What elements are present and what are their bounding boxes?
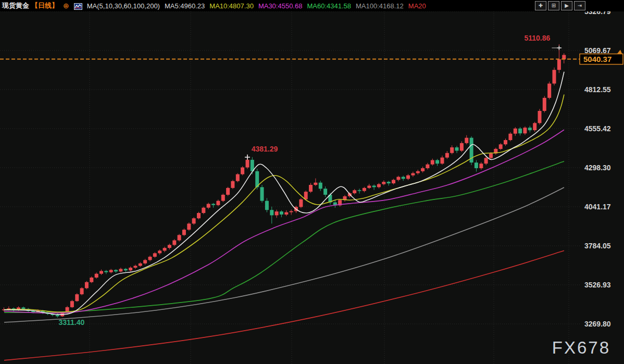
candle-body — [377, 184, 381, 187]
pan-icon[interactable]: ✚ — [535, 1, 546, 10]
candle-body — [435, 160, 439, 164]
candle-body — [441, 158, 444, 164]
ma-line-ma60 — [4, 161, 564, 312]
candle-body — [299, 199, 303, 207]
svg-text:4555.42: 4555.42 — [584, 124, 611, 133]
candle-body — [211, 204, 215, 205]
ma-settings-label: MA(5,10,30,60,100,200) — [87, 2, 160, 10]
candle-body — [284, 212, 288, 215]
candle-body — [187, 223, 191, 230]
ma100-legend: MA100:4168.12 — [356, 2, 404, 10]
candle-body — [133, 266, 137, 268]
jump-latest-icon[interactable]: ⇥ — [574, 1, 585, 10]
chart-toolbar: ✚ ⊞ ▶ ⇥ — [535, 1, 585, 10]
auto-scroll-icon[interactable]: ▶ — [561, 1, 572, 10]
candle-body — [475, 162, 478, 168]
candle-body — [178, 235, 181, 240]
candle-series — [2, 44, 566, 318]
candle-body — [158, 250, 161, 253]
candle-body — [406, 175, 410, 179]
candle-body — [129, 268, 132, 270]
candle-body — [411, 173, 415, 175]
candle-body — [547, 84, 551, 98]
ma5-legend: MA5:4960.23 — [165, 2, 205, 10]
candle-body — [236, 174, 240, 181]
candle-body — [109, 270, 113, 272]
candle-body — [90, 278, 93, 282]
candle-body — [523, 128, 527, 133]
candle-body — [168, 245, 171, 248]
candle-body — [479, 164, 483, 168]
ma30-legend: MA30:4550.68 — [258, 2, 303, 10]
candle-body — [538, 111, 542, 123]
candle-body — [465, 138, 468, 143]
candle-body — [445, 153, 449, 158]
candle-body — [499, 144, 503, 149]
chart-header: 现货黄金 【日线】 ⊕ MA(5,10,30,60,100,200) MA5:4… — [0, 0, 624, 11]
svg-text:4041.17: 4041.17 — [584, 203, 611, 211]
candle-body — [392, 180, 395, 183]
candle-body — [450, 147, 454, 153]
candle-body — [372, 186, 376, 187]
ma-line-ma10 — [4, 95, 564, 312]
candle-body — [197, 213, 201, 218]
svg-text:4298.30: 4298.30 — [584, 164, 611, 172]
candle-body — [114, 270, 118, 271]
candle-body — [518, 129, 522, 133]
candle-body — [421, 168, 425, 171]
crosshair-icon[interactable]: ⊕ — [63, 2, 69, 9]
annotations: 5110.864381.293311.40 — [58, 34, 561, 327]
ma-lines — [4, 72, 564, 360]
candle-body — [70, 301, 74, 307]
svg-text:4812.55: 4812.55 — [584, 85, 611, 94]
candle-body — [455, 147, 459, 150]
candle-body — [143, 260, 147, 263]
candle-body — [514, 129, 517, 134]
candle-body — [290, 211, 293, 212]
watermark: FX678 — [552, 338, 610, 357]
candle-body — [182, 230, 186, 235]
candle-body — [416, 171, 420, 173]
candle-body — [241, 168, 244, 174]
candle-body — [139, 263, 142, 266]
candle-body — [396, 177, 400, 180]
candle-body — [363, 188, 366, 191]
ma200-legend: MA20 — [408, 2, 426, 10]
zoom-axis-icon[interactable]: ⊞ — [548, 1, 559, 10]
candle-body — [314, 183, 317, 185]
candle-body — [265, 201, 269, 210]
candle-body — [431, 160, 434, 165]
candle-body — [402, 177, 405, 179]
candle-body — [270, 210, 273, 215]
candle-body — [119, 269, 122, 271]
candle-body — [304, 192, 308, 199]
candle-body — [80, 288, 84, 294]
candle-body — [231, 181, 234, 188]
candle-body — [533, 123, 536, 130]
kline-chart-icon[interactable] — [74, 3, 82, 9]
candle-body — [504, 140, 507, 144]
candle-body — [323, 189, 327, 195]
svg-text:5040.37: 5040.37 — [583, 55, 611, 64]
candle-body — [99, 271, 103, 273]
candlestick-chart[interactable]: 5110.864381.293311.405040.375326.795069.… — [0, 0, 624, 364]
candle-body — [124, 269, 128, 270]
instrument-title: 现货黄金 — [2, 1, 29, 10]
candle-body — [95, 274, 98, 278]
svg-text:5069.67: 5069.67 — [584, 46, 611, 55]
candle-body — [207, 204, 210, 208]
svg-text:3311.40: 3311.40 — [58, 318, 84, 327]
candle-body — [309, 185, 313, 192]
candle-body — [367, 186, 371, 188]
ma-line-ma100 — [4, 187, 564, 322]
candle-body — [104, 271, 108, 272]
candle-body — [489, 154, 493, 158]
ma-line-ma5 — [4, 72, 564, 315]
candle-body — [21, 307, 25, 309]
candle-body — [192, 218, 196, 223]
svg-text:3526.93: 3526.93 — [584, 281, 611, 289]
timeframe-label: 【日线】 — [31, 1, 58, 10]
candle-body — [460, 143, 464, 151]
current-price-indicator: 5040.37 — [0, 50, 623, 65]
candle-body — [543, 98, 546, 111]
